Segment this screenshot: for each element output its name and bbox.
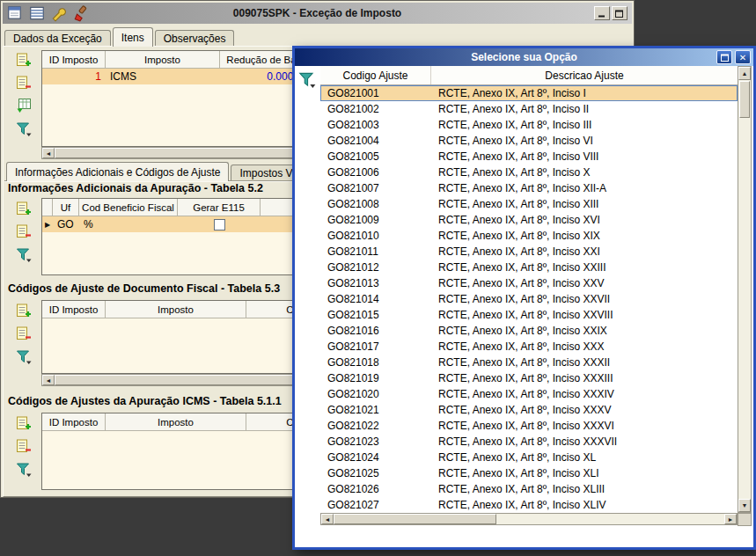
report-icon[interactable] xyxy=(6,4,24,22)
post-record-icon[interactable] xyxy=(15,97,33,114)
opcoes-grid-row[interactable]: GO821023 RCTE, Anexo IX, Art 8º, Inciso … xyxy=(320,434,738,450)
opcoes-grid-row[interactable]: GO821018 RCTE, Anexo IX, Art 8º, Inciso … xyxy=(320,355,738,370)
scroll-up-icon[interactable]: ▲ xyxy=(738,67,751,80)
scroll-right-icon[interactable]: ► xyxy=(724,514,737,524)
filter-icon[interactable] xyxy=(15,348,33,365)
scroll-left-icon[interactable]: ◄ xyxy=(42,148,55,158)
insert-record-icon[interactable] xyxy=(15,51,33,69)
opcoes-grid-row[interactable]: GO821010 RCTE, Anexo IX, Art 8º, Inciso … xyxy=(320,228,738,244)
scrollbar-track[interactable] xyxy=(496,514,724,524)
cell-codigo-ajuste: GO821016 xyxy=(320,325,431,337)
popup-maximize-button[interactable] xyxy=(716,50,732,64)
column-header-uf[interactable]: Uf xyxy=(53,199,79,216)
column-header-imposto[interactable]: Imposto xyxy=(106,301,246,318)
cell-descricao-ajuste: RCTE, Anexo IX, Art 8º, Inciso XXIX xyxy=(431,325,738,337)
filter-icon[interactable] xyxy=(15,245,33,263)
maximize-button[interactable] xyxy=(612,6,628,20)
delete-record-icon[interactable] xyxy=(15,325,33,342)
opcoes-grid-hscrollbar[interactable]: ◄ ► xyxy=(320,513,738,525)
titlebar-icon-group xyxy=(3,4,90,22)
opcoes-grid-row[interactable]: GO821020 RCTE, Anexo IX, Art 8º, Inciso … xyxy=(320,386,738,402)
column-header-imposto[interactable]: Imposto xyxy=(106,51,220,69)
filter-icon[interactable] xyxy=(297,70,317,89)
opcoes-grid-row[interactable]: GO821001 RCTE, Anexo IX, Art 8º, Inciso … xyxy=(320,85,738,101)
opcoes-grid-row[interactable]: GO821009 RCTE, Anexo IX, Art 8º, Inciso … xyxy=(320,212,738,228)
cell-codigo-ajuste: GO821009 xyxy=(320,214,431,226)
cell-codigo-ajuste: GO821022 xyxy=(320,420,431,432)
insert-record-icon[interactable] xyxy=(15,302,33,319)
column-header-reducao[interactable]: Redução de Ba xyxy=(220,51,304,69)
tab-label: Itens xyxy=(121,32,144,44)
opcoes-grid-header: Codigo Ajuste Descricao Ajuste xyxy=(320,66,738,85)
opcoes-grid-row[interactable]: GO821008 RCTE, Anexo IX, Art 8º, Inciso … xyxy=(320,196,738,212)
scrollbar-thumb[interactable] xyxy=(334,514,496,524)
cell-descricao-ajuste: RCTE, Anexo IX, Art 8º, Inciso XLIV xyxy=(431,499,738,511)
popup-close-button[interactable]: ✕ xyxy=(735,50,751,64)
popup-titlebar[interactable]: Selecione sua Opção ✕ xyxy=(295,48,753,66)
insert-record-icon[interactable] xyxy=(15,200,33,217)
minimize-button[interactable] xyxy=(594,6,610,20)
section-title-tabela-5-2: Informações Adicionais da Apuração - Tab… xyxy=(8,182,263,194)
scroll-left-icon[interactable]: ◄ xyxy=(321,514,334,524)
column-header-cod-beneficio[interactable]: Cod Beneficio Fiscal xyxy=(79,199,178,216)
tab-label: Observações xyxy=(164,33,226,45)
items-grid-navigator xyxy=(13,51,34,137)
opcoes-grid-row[interactable]: GO821016 RCTE, Anexo IX, Art 8º, Inciso … xyxy=(320,323,738,339)
opcoes-grid-row[interactable]: GO821017 RCTE, Anexo IX, Art 8º, Inciso … xyxy=(320,339,738,355)
cell-codigo-ajuste: GO821006 xyxy=(320,166,431,179)
opcoes-grid-row[interactable]: GO821026 RCTE, Anexo IX, Art 8º, Inciso … xyxy=(320,481,738,497)
tab-informacoes-adicionais[interactable]: Informações Adicionais e Códigos de Ajus… xyxy=(6,162,229,181)
filter-icon[interactable] xyxy=(15,120,33,137)
opcoes-grid-row[interactable]: GO821011 RCTE, Anexo IX, Art 8º, Inciso … xyxy=(320,244,738,260)
section-title-tabela-5-3: Códigos de Ajuste de Documento Fiscal - … xyxy=(8,282,280,295)
gerar-e115-checkbox[interactable] xyxy=(214,219,225,230)
cell-descricao-ajuste: RCTE, Anexo IX, Art 8º, Inciso I xyxy=(431,87,738,99)
column-header-descricao-ajuste[interactable]: Descricao Ajuste xyxy=(431,66,738,84)
scroll-down-icon[interactable]: ▼ xyxy=(738,499,751,512)
opcoes-grid-row[interactable]: GO821014 RCTE, Anexo IX, Art 8º, Inciso … xyxy=(320,291,738,307)
tab-dados-da-excecao[interactable]: Dados da Exceção xyxy=(4,30,111,47)
brush-icon[interactable] xyxy=(72,4,90,22)
scroll-left-icon[interactable]: ◄ xyxy=(42,375,55,385)
wrench-icon[interactable] xyxy=(50,4,68,22)
opcoes-grid-row[interactable]: GO821002 RCTE, Anexo IX, Art 8º, Inciso … xyxy=(320,101,738,117)
cell-descricao-ajuste: RCTE, Anexo IX, Art 8º, Inciso XXVII xyxy=(431,293,738,305)
column-header-id-imposto[interactable]: ID Imposto xyxy=(42,51,106,69)
opcoes-grid-row[interactable]: GO821005 RCTE, Anexo IX, Art 8º, Inciso … xyxy=(320,149,738,165)
column-header-imposto[interactable]: Imposto xyxy=(106,413,246,431)
opcoes-grid-row[interactable]: GO821006 RCTE, Anexo IX, Art 8º, Inciso … xyxy=(320,165,738,180)
cell-codigo-ajuste: GO821003 xyxy=(320,119,431,131)
opcoes-grid-row[interactable]: GO821021 RCTE, Anexo IX, Art 8º, Inciso … xyxy=(320,402,738,418)
tab-observacoes[interactable]: Observações xyxy=(155,30,235,47)
opcoes-grid-row[interactable]: GO821027 RCTE, Anexo IX, Art 8º, Inciso … xyxy=(320,497,738,513)
column-header-codigo-ajuste[interactable]: Codigo Ajuste xyxy=(320,66,431,84)
opcoes-grid-row[interactable]: GO821024 RCTE, Anexo IX, Art 8º, Inciso … xyxy=(320,450,738,465)
delete-record-icon[interactable] xyxy=(15,223,33,240)
opcoes-grid-row[interactable]: GO821003 RCTE, Anexo IX, Art 8º, Inciso … xyxy=(320,117,738,133)
cell-descricao-ajuste: RCTE, Anexo IX, Art 8º, Inciso XXXIV xyxy=(431,388,738,400)
filter-icon[interactable] xyxy=(15,460,33,478)
opcoes-grid-row[interactable]: GO821015 RCTE, Anexo IX, Art 8º, Inciso … xyxy=(320,307,738,323)
column-header-gerar-e115[interactable]: Gerar E115 xyxy=(178,199,261,216)
cell-imposto: ICMS xyxy=(106,69,220,84)
delete-record-icon[interactable] xyxy=(15,437,33,455)
column-header-id-imposto[interactable]: ID Imposto xyxy=(42,413,106,431)
insert-record-icon[interactable] xyxy=(15,414,33,432)
column-header-id-imposto[interactable]: ID Imposto xyxy=(42,301,106,318)
grid-icon[interactable] xyxy=(28,4,46,22)
opcoes-grid-row[interactable]: GO821013 RCTE, Anexo IX, Art 8º, Inciso … xyxy=(320,275,738,291)
cell-codigo-ajuste: GO821026 xyxy=(320,483,431,495)
opcoes-grid-vscrollbar[interactable]: ▲ ▼ xyxy=(738,66,752,513)
opcoes-grid-row[interactable]: GO821007 RCTE, Anexo IX, Art 8º, Inciso … xyxy=(320,180,738,196)
opcoes-grid-row[interactable]: GO821025 RCTE, Anexo IX, Art 8º, Inciso … xyxy=(320,465,738,481)
opcoes-grid-row[interactable]: GO821012 RCTE, Anexo IX, Art 8º, Inciso … xyxy=(320,260,738,275)
tab-itens[interactable]: Itens xyxy=(113,27,153,47)
opcoes-grid-row[interactable]: GO821004 RCTE, Anexo IX, Art 8º, Inciso … xyxy=(320,133,738,149)
main-titlebar[interactable]: 009075SPK - Exceção de Imposto xyxy=(3,3,632,24)
main-tabstrip: Dados da Exceção Itens Observações xyxy=(4,27,236,47)
scrollbar-thumb[interactable] xyxy=(739,81,750,118)
opcoes-grid-row[interactable]: GO821019 RCTE, Anexo IX, Art 8º, Inciso … xyxy=(320,370,738,386)
scrollbar-track[interactable] xyxy=(738,119,751,499)
opcoes-grid-row[interactable]: GO821022 RCTE, Anexo IX, Art 8º, Inciso … xyxy=(320,418,738,434)
delete-record-icon[interactable] xyxy=(15,74,33,91)
